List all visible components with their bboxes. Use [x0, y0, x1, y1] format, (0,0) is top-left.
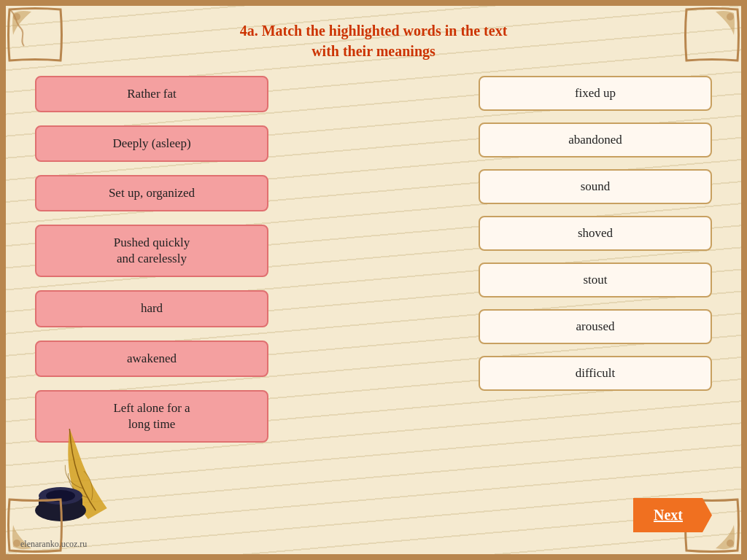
left-item-pushed-quickly[interactable]: Pushed quickly and carelessly: [35, 225, 268, 277]
next-button[interactable]: Next: [633, 498, 712, 532]
corner-decoration-tl: [6, 6, 64, 64]
svg-point-1: [727, 13, 734, 20]
right-item-sound[interactable]: sound: [479, 169, 712, 204]
left-item-deeply-asleep[interactable]: Deeply (asleep): [35, 125, 268, 162]
next-button-area: Next: [633, 498, 712, 532]
right-item-difficult[interactable]: difficult: [479, 356, 712, 391]
right-item-fixed-up[interactable]: fixed up: [479, 76, 712, 111]
right-item-abandoned[interactable]: abandoned: [479, 122, 712, 158]
content-area: 4a. Match the highlighted words in the t…: [6, 6, 741, 450]
matching-columns: Rather fat Deeply (asleep) Set up, organ…: [20, 76, 727, 443]
corner-decoration-tr: [683, 6, 741, 64]
right-column: fixed up abandoned sound shoved stout ar…: [479, 76, 712, 443]
main-frame: 4a. Match the highlighted words in the t…: [0, 0, 747, 560]
right-item-shoved[interactable]: shoved: [479, 216, 712, 251]
footer-text: elenaranko.ucoz.ru: [20, 539, 87, 550]
page-title: 4a. Match the highlighted words in the t…: [20, 13, 727, 61]
left-item-awakened[interactable]: awakened: [35, 341, 268, 377]
svg-point-2: [13, 540, 20, 547]
left-item-hard[interactable]: hard: [35, 290, 268, 327]
left-column: Rather fat Deeply (asleep) Set up, organ…: [35, 76, 268, 443]
svg-point-3: [727, 540, 734, 547]
right-item-aroused[interactable]: aroused: [479, 309, 712, 344]
left-item-rather-fat[interactable]: Rather fat: [35, 76, 268, 112]
right-item-stout[interactable]: stout: [479, 262, 712, 298]
left-item-set-up-organized[interactable]: Set up, organized: [35, 175, 268, 211]
